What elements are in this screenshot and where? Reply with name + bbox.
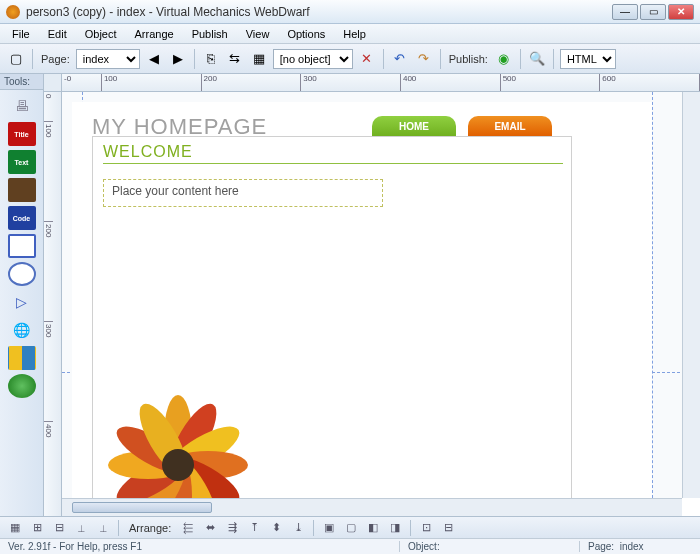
welcome-heading[interactable]: WELCOME [103, 143, 193, 161]
bottom-toolbar: ▦ ⊞ ⊟ ⟂ ⟂ Arrange: ⬱ ⬌ ⇶ ⤒ ⬍ ⤓ ▣ ▢ ◧ ◨ ⊡… [0, 516, 700, 538]
ruler-tick: 400 [401, 74, 501, 91]
snap-h-icon[interactable]: ⟂ [94, 520, 112, 536]
tools-panel: Tools: 🖶 Title Text Code ▷ 🌐 [0, 74, 44, 516]
send-back-icon[interactable]: ▢ [342, 520, 360, 536]
ruler-tick: 500 [501, 74, 601, 91]
object-select[interactable]: [no object] [273, 49, 353, 69]
page-viewport[interactable]: MY HOMEPAGE HOME EMAIL WELCOME Place you… [62, 92, 700, 498]
content-placeholder[interactable]: Place your content here [103, 179, 383, 207]
arrange-label: Arrange: [129, 522, 171, 534]
link-icon[interactable]: ⇆ [225, 49, 245, 69]
page-canvas[interactable]: MY HOMEPAGE HOME EMAIL WELCOME Place you… [72, 102, 652, 498]
new-page-icon[interactable]: ▢ [6, 49, 26, 69]
align-center-v-icon[interactable]: ⬍ [267, 520, 285, 536]
menu-publish[interactable]: Publish [184, 26, 236, 42]
minimize-button[interactable]: — [612, 4, 638, 20]
tool-rectangle-icon[interactable] [8, 234, 36, 258]
preview-icon[interactable]: 🔍 [527, 49, 547, 69]
toolbar: ▢ Page: index ◀ ▶ ⎘ ⇆ ▦ [no object] ✕ ↶ … [0, 44, 700, 74]
align-bottom-icon[interactable]: ⤓ [289, 520, 307, 536]
tools-header: Tools: [0, 74, 43, 90]
tool-globe-icon[interactable]: 🌐 [8, 318, 36, 342]
tool-print-icon[interactable]: 🖶 [8, 94, 36, 118]
menu-view[interactable]: View [238, 26, 278, 42]
tool-code-icon[interactable]: Code [8, 206, 36, 230]
content-box[interactable]: WELCOME Place your content here [92, 136, 572, 498]
align-center-h-icon[interactable]: ⬌ [201, 520, 219, 536]
align-right-icon[interactable]: ⇶ [223, 520, 241, 536]
tool-line-icon[interactable]: ▷ [8, 290, 36, 314]
divider-line [103, 163, 563, 164]
undo-icon[interactable]: ↶ [390, 49, 410, 69]
flower-image[interactable] [93, 395, 263, 498]
status-page: Page: index [580, 541, 700, 552]
menu-help[interactable]: Help [335, 26, 374, 42]
status-object: Object: [400, 541, 580, 552]
page-select[interactable]: index [76, 49, 140, 69]
vertical-scrollbar[interactable] [682, 92, 700, 498]
tool-ellipse-icon[interactable] [8, 262, 36, 286]
tool-text-icon[interactable]: Text [8, 150, 36, 174]
menu-options[interactable]: Options [279, 26, 333, 42]
ruler-tick: 300 [301, 74, 401, 91]
clone-icon[interactable]: ⎘ [201, 49, 221, 69]
menu-file[interactable]: File [4, 26, 38, 42]
snap-guide-icon[interactable]: ⊞ [28, 520, 46, 536]
menu-object[interactable]: Object [77, 26, 125, 42]
format-select[interactable]: HTML [560, 49, 616, 69]
tool-swirl-icon[interactable] [8, 374, 36, 398]
titlebar: person3 (copy) - index - Virtual Mechani… [0, 0, 700, 24]
ruler-horizontal: -0 100 200 300 400 500 600 [62, 74, 700, 92]
ruler-tick: 400 [44, 422, 53, 516]
status-version: Ver. 2.91f - For Help, press F1 [0, 541, 400, 552]
guide-vertical[interactable] [652, 92, 653, 498]
group-icon[interactable]: ⊡ [417, 520, 435, 536]
ruler-tick: 100 [102, 74, 202, 91]
app-icon [6, 5, 20, 19]
bring-front-icon[interactable]: ▣ [320, 520, 338, 536]
close-button[interactable]: ✕ [668, 4, 694, 20]
tool-image-icon[interactable] [8, 178, 36, 202]
grid-icon[interactable]: ▦ [249, 49, 269, 69]
delete-icon[interactable]: ✕ [357, 49, 377, 69]
bring-forward-icon[interactable]: ◧ [364, 520, 382, 536]
horizontal-scrollbar[interactable] [62, 498, 682, 516]
ungroup-icon[interactable]: ⊟ [439, 520, 457, 536]
ruler-tick: 0 [44, 92, 53, 122]
page-next-icon[interactable]: ▶ [168, 49, 188, 69]
send-backward-icon[interactable]: ◨ [386, 520, 404, 536]
redo-icon[interactable]: ↷ [414, 49, 434, 69]
page-label: Page: [41, 53, 70, 65]
maximize-button[interactable]: ▭ [640, 4, 666, 20]
ruler-tick: 300 [44, 322, 53, 422]
ruler-tick: -0 [62, 74, 102, 91]
snap-grid-icon[interactable]: ▦ [6, 520, 24, 536]
menu-arrange[interactable]: Arrange [127, 26, 182, 42]
svg-point-12 [162, 449, 194, 481]
snap-object-icon[interactable]: ⊟ [50, 520, 68, 536]
align-left-icon[interactable]: ⬱ [179, 520, 197, 536]
tool-chart-icon[interactable] [8, 346, 36, 370]
tool-title-icon[interactable]: Title [8, 122, 36, 146]
ruler-tick: 200 [202, 74, 302, 91]
statusbar: Ver. 2.91f - For Help, press F1 Object: … [0, 538, 700, 554]
nav-home-button[interactable]: HOME [372, 116, 456, 136]
ruler-tick: 100 [44, 122, 53, 222]
ruler-tick: 200 [44, 222, 53, 322]
page-prev-icon[interactable]: ◀ [144, 49, 164, 69]
scrollbar-thumb[interactable] [72, 502, 212, 513]
align-top-icon[interactable]: ⤒ [245, 520, 263, 536]
publish-label: Publish: [449, 53, 488, 65]
window-title: person3 (copy) - index - Virtual Mechani… [26, 5, 612, 19]
menu-edit[interactable]: Edit [40, 26, 75, 42]
publish-web-icon[interactable]: ◉ [494, 49, 514, 69]
canvas-area[interactable]: -0 100 200 300 400 500 600 0 100 200 300… [44, 74, 700, 516]
nav-email-button[interactable]: EMAIL [468, 116, 552, 136]
ruler-vertical: 0 100 200 300 400 [44, 92, 62, 516]
ruler-origin [44, 74, 62, 92]
ruler-tick: 600 [600, 74, 700, 91]
snap-v-icon[interactable]: ⟂ [72, 520, 90, 536]
menubar: File Edit Object Arrange Publish View Op… [0, 24, 700, 44]
